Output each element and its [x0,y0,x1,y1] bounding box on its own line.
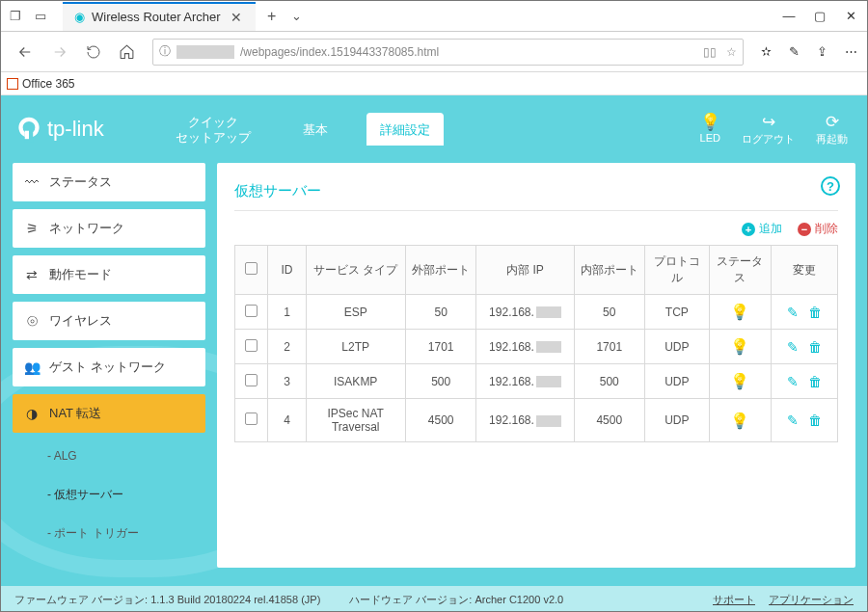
trash-icon[interactable]: 🗑 [808,412,822,428]
sub-alg[interactable]: - ALG [13,440,205,471]
status-toggle-icon[interactable]: 💡 [730,338,749,355]
mode-icon: ⇄ [24,267,40,282]
home-icon[interactable] [119,43,135,60]
window-titlebar: ❐ ▭ ◉ Wireless Router Archer ✕ + ⌄ — ▢ ✕ [1,1,867,32]
notes-icon[interactable]: ✎ [789,44,800,59]
tab-advanced[interactable]: 詳細設定 [366,113,444,146]
forward-icon [51,43,68,61]
close-window-icon[interactable]: ✕ [844,10,857,23]
status-toggle-icon[interactable]: 💡 [730,304,749,320]
help-icon[interactable]: ? [821,176,840,196]
sidebar-item-network[interactable]: ⚞ネットワーク [13,209,205,248]
row-checkbox[interactable] [245,374,258,386]
trash-icon[interactable]: 🗑 [808,305,822,320]
cell-ext-port: 4500 [405,399,476,442]
row-checkbox[interactable] [245,305,258,317]
minimize-icon[interactable]: — [782,10,796,23]
cell-protocol: UDP [645,330,710,364]
delete-button[interactable]: −削除 [798,221,838,237]
sidebar-item-wireless[interactable]: ⦾ワイヤレス [13,302,205,340]
trash-icon[interactable]: 🗑 [808,374,822,389]
sub-virtual-server[interactable]: - 仮想サーバー [13,479,205,510]
edit-icon[interactable]: ✎ [787,305,799,320]
col-int-port: 内部ポート [574,246,645,295]
url-path: /webpages/index.1519443378085.html [240,45,439,59]
logout-icon: ↪ [742,112,795,132]
tab-menu-icon[interactable]: ⌄ [288,8,306,25]
edit-icon[interactable]: ✎ [787,339,799,355]
sidebar-item-mode[interactable]: ⇄動作モード [13,255,205,294]
led-button[interactable]: 💡LED [700,112,720,146]
svg-rect-2 [25,131,29,140]
cell-id: 2 [268,330,306,364]
favorite-icon[interactable]: ☆ [726,45,737,59]
sub-port-trigger[interactable]: - ポート トリガー [13,518,205,548]
back-icon[interactable] [16,43,34,61]
cell-int-ip: 192.168. [476,295,574,330]
col-change: 変更 [771,246,837,295]
tab-basic[interactable]: 基本 [289,113,341,146]
address-bar: ⓘ /webpages/index.1519443378085.html ▯▯ … [1,32,867,72]
status-icon: 〰 [24,174,40,190]
sidebar-item-status[interactable]: 〰ステータス [13,163,205,201]
table-row: 3ISAKMP500192.168.500UDP💡✎🗑 [235,364,838,399]
sidebar: 〰ステータス ⚞ネットワーク ⇄動作モード ⦾ワイヤレス 👥ゲスト ネットワーク… [13,163,205,568]
col-service: サービス タイプ [306,246,405,295]
row-checkbox[interactable] [245,339,258,352]
tabs-overview-icon[interactable]: ❐ [7,8,24,25]
favicon-icon: ◉ [72,11,86,24]
cell-int-port: 1701 [574,330,645,364]
cell-service: ISAKMP [306,364,405,399]
cell-service: L2TP [306,330,405,364]
cell-int-ip: 192.168. [476,399,574,442]
tabs-set-aside-icon[interactable]: ▭ [32,8,49,25]
cell-int-ip: 192.168. [476,364,574,399]
office-icon [7,78,18,90]
row-checkbox[interactable] [245,412,258,425]
office-link[interactable]: Office 365 [22,77,74,91]
favorites-hub-icon[interactable]: ✫ [761,44,772,59]
browser-tab[interactable]: ◉ Wireless Router Archer ✕ [63,2,256,31]
select-all-checkbox[interactable] [245,262,258,275]
main-panel: ? 仮想サーバー +追加 −削除 ID サービス タイプ 外部ポート 内部 IP… [217,163,855,568]
cell-protocol: UDP [645,399,710,442]
logout-button[interactable]: ↪ログアウト [742,112,795,146]
table-row: 1ESP50192.168.50TCP💡✎🗑 [235,295,838,330]
cell-id: 1 [268,295,306,330]
trash-icon[interactable]: 🗑 [808,339,822,355]
edit-icon[interactable]: ✎ [787,412,799,428]
status-toggle-icon[interactable]: 💡 [730,412,749,429]
reading-mode-icon[interactable]: ▯▯ [703,45,717,59]
edit-icon[interactable]: ✎ [787,374,799,389]
top-nav: クイック セットアップ 基本 詳細設定 [162,105,444,154]
cell-ext-port: 500 [405,364,476,399]
cell-ext-port: 1701 [405,330,476,364]
sidebar-item-guest[interactable]: 👥ゲスト ネットワーク [13,348,205,386]
tab-quick-setup[interactable]: クイック セットアップ [162,105,264,154]
nat-icon: ◑ [24,406,40,421]
support-link[interactable]: サポート [713,593,755,607]
close-tab-icon[interactable]: ✕ [227,10,246,25]
cell-int-ip: 192.168. [476,330,574,364]
refresh-icon[interactable] [86,44,101,60]
share-icon[interactable]: ⇪ [817,44,827,59]
sidebar-item-nat[interactable]: ◑NAT 転送 [13,394,205,433]
app-link[interactable]: アプリケーション [769,593,854,607]
add-button[interactable]: +追加 [742,221,782,237]
more-icon[interactable]: ⋯ [845,44,857,59]
status-toggle-icon[interactable]: 💡 [730,373,749,389]
new-tab-icon[interactable]: + [263,8,281,25]
network-icon: ⚞ [24,221,40,236]
cell-ext-port: 50 [405,295,476,330]
virtual-server-table: ID サービス タイプ 外部ポート 内部 IP 内部ポート プロトコル ステータ… [234,245,838,442]
firmware-version: ファームウェア バージョン: 1.1.3 Build 20180224 rel.… [14,593,320,607]
maximize-icon[interactable]: ▢ [813,10,827,23]
url-input[interactable]: ⓘ /webpages/index.1519443378085.html ▯▯ … [152,39,744,66]
brand-logo: tp-link [13,113,104,146]
site-info-icon[interactable]: ⓘ [159,43,171,60]
tplink-logo-icon [13,113,45,146]
col-id: ID [268,246,306,295]
reboot-button[interactable]: ⟳再起動 [816,112,848,146]
wireless-icon: ⦾ [24,313,40,330]
favorites-bar: Office 365 [1,72,867,95]
